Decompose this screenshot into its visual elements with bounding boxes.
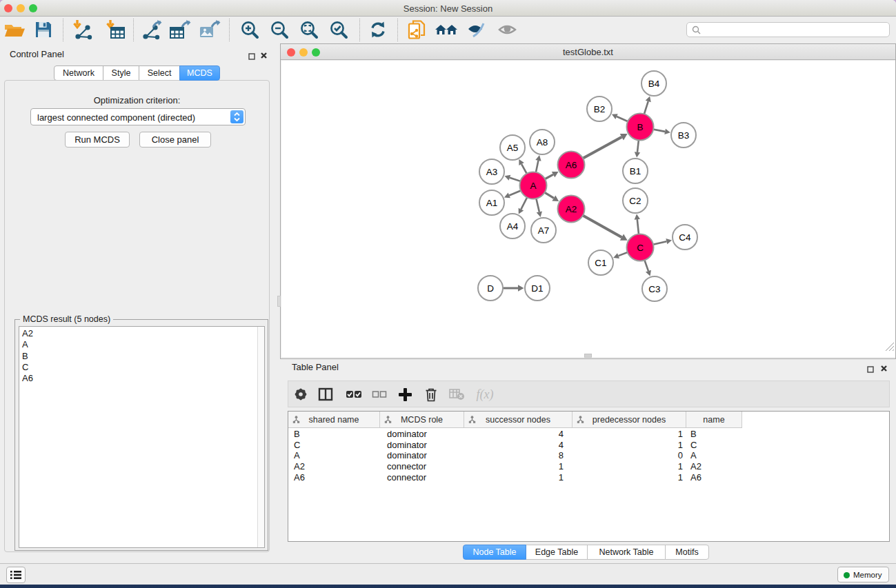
table-panel-close-icon[interactable] <box>880 363 888 375</box>
tab-network[interactable]: Network <box>54 65 103 81</box>
hscrollbar-thumb[interactable] <box>584 354 592 358</box>
cell: 1 <box>573 440 686 451</box>
network-canvas[interactable]: AA6A2BCA1A3A5A8A4A7B1B2B3B4C1C2C3C4DD1 <box>281 61 895 357</box>
tab-style[interactable]: Style <box>103 65 139 81</box>
show-all-networks-button[interactable] <box>434 18 459 41</box>
tab-mcds[interactable]: MCDS <box>179 65 220 81</box>
network-window-titlebar: testGlobe.txt <box>281 44 895 60</box>
delete-table-icon[interactable] <box>445 383 468 406</box>
tab-select[interactable]: Select <box>139 65 180 81</box>
cell: connector <box>380 472 464 483</box>
cell: 4 <box>464 440 573 451</box>
cell: 4 <box>464 429 573 440</box>
delete-row-icon[interactable] <box>419 383 443 406</box>
add-row-icon[interactable] <box>393 383 417 406</box>
mcds-result-item[interactable]: A <box>19 339 264 350</box>
column-label: MCDS role <box>401 415 443 425</box>
node-label-B2: B2 <box>594 104 606 114</box>
column-header-predecessor-nodes[interactable]: predecessor nodes <box>573 412 686 427</box>
cell: A <box>686 450 742 461</box>
cell: C <box>686 440 742 451</box>
cell: dominator <box>380 440 464 451</box>
select-all-icon[interactable] <box>342 383 366 406</box>
edge-arrow-A-A8 <box>535 155 541 161</box>
network-hscrollbar[interactable] <box>281 357 895 358</box>
column-header-MCDS-role[interactable]: MCDS role <box>380 412 464 427</box>
search-input[interactable] <box>686 22 890 37</box>
mcds-result-item[interactable]: A2 <box>19 328 264 339</box>
mcds-result-item[interactable]: C <box>19 362 264 373</box>
table-row[interactable]: Adominator80A <box>288 450 742 461</box>
search-icon <box>692 26 701 35</box>
cell: A2 <box>288 461 380 472</box>
table-row[interactable]: Bdominator41B <box>288 429 742 440</box>
zoom-selected-button[interactable] <box>326 18 351 41</box>
control-panel-float-icon[interactable] <box>248 50 255 63</box>
table-panel: Table Panel f(x) <box>280 359 896 563</box>
toolbar-separator <box>359 19 360 41</box>
run-mcds-button[interactable]: Run MCDS <box>65 132 130 148</box>
import-network-from-file-button[interactable] <box>70 18 95 41</box>
tab-motifs[interactable]: Motifs <box>665 545 709 560</box>
zoom-in-button[interactable] <box>237 18 262 41</box>
toolbar-separator <box>229 19 230 41</box>
cell: A6 <box>288 472 380 483</box>
app-window: Session: New Session Control Panel Netwo… <box>0 0 896 585</box>
table-row[interactable]: A2connector11A2 <box>288 461 742 472</box>
column-header-successor-nodes[interactable]: successor nodes <box>464 412 573 427</box>
table-settings-icon[interactable] <box>289 383 312 406</box>
unselect-all-icon[interactable] <box>368 383 391 406</box>
node-label-C: C <box>637 243 644 253</box>
clone-network-button[interactable] <box>404 18 429 41</box>
cell: A6 <box>686 472 742 483</box>
resize-handle[interactable] <box>885 342 895 352</box>
list-icon <box>10 569 22 580</box>
function-builder-icon[interactable]: f(x) <box>473 383 497 406</box>
export-table-button[interactable] <box>168 18 193 41</box>
table-row[interactable]: Cdominator41C <box>288 440 742 451</box>
save-session-button[interactable] <box>31 18 56 41</box>
hide-panel-button[interactable] <box>464 18 489 41</box>
export-network-button[interactable] <box>140 18 165 41</box>
export-image-button[interactable] <box>198 18 223 41</box>
node-label-B4: B4 <box>648 79 660 89</box>
cell: C <box>288 440 380 451</box>
network-vscrollbar[interactable] <box>277 296 281 307</box>
tab-edge-table[interactable]: Edge Table <box>526 545 588 560</box>
close-panel-button[interactable]: Close panel <box>139 132 211 148</box>
open-session-button[interactable] <box>2 18 27 41</box>
tab-node-table[interactable]: Node Table <box>463 545 526 560</box>
zoom-fit-button[interactable] <box>297 18 321 41</box>
status-list-button[interactable] <box>6 567 26 583</box>
mcds-result-item[interactable]: A6 <box>19 373 264 384</box>
edge-arrow-A-A7 <box>537 211 542 217</box>
show-columns-icon[interactable] <box>314 383 337 406</box>
column-header-shared-name[interactable]: shared name <box>288 412 380 427</box>
table-panel-float-icon[interactable] <box>867 363 874 376</box>
node-label-A6: A6 <box>566 160 577 170</box>
node-label-C4: C4 <box>679 232 691 243</box>
cell: 1 <box>464 472 573 483</box>
node-table: shared nameMCDS rolesuccessor nodesprede… <box>288 411 890 542</box>
memory-button[interactable]: Memory <box>837 567 889 582</box>
optimization-criterion-label: Optimization criterion: <box>5 95 269 105</box>
mcds-result-item[interactable]: B <box>19 351 264 362</box>
node-label-A8: A8 <box>537 137 548 148</box>
status-bar: Memory <box>0 563 896 585</box>
cell: 8 <box>464 450 573 461</box>
optimization-criterion-dropdown[interactable]: largest connected component (directed) <box>30 108 246 125</box>
show-panel-button[interactable] <box>495 18 520 41</box>
tab-network-table[interactable]: Network Table <box>587 545 666 560</box>
table-row[interactable]: A6connector11A6 <box>288 472 742 483</box>
result-scrollbar[interactable] <box>257 327 264 547</box>
memory-label: Memory <box>853 571 882 579</box>
column-header-name[interactable]: name <box>686 412 742 427</box>
refresh-button[interactable] <box>366 18 390 41</box>
control-panel-close-icon[interactable] <box>260 50 268 62</box>
node-label-C3: C3 <box>648 284 660 294</box>
import-table-from-file-button[interactable] <box>103 18 128 41</box>
zoom-out-button[interactable] <box>267 18 292 41</box>
column-label: predecessor nodes <box>593 415 666 425</box>
edge-arrow-B-B4 <box>646 97 651 103</box>
cell: A <box>288 450 380 461</box>
